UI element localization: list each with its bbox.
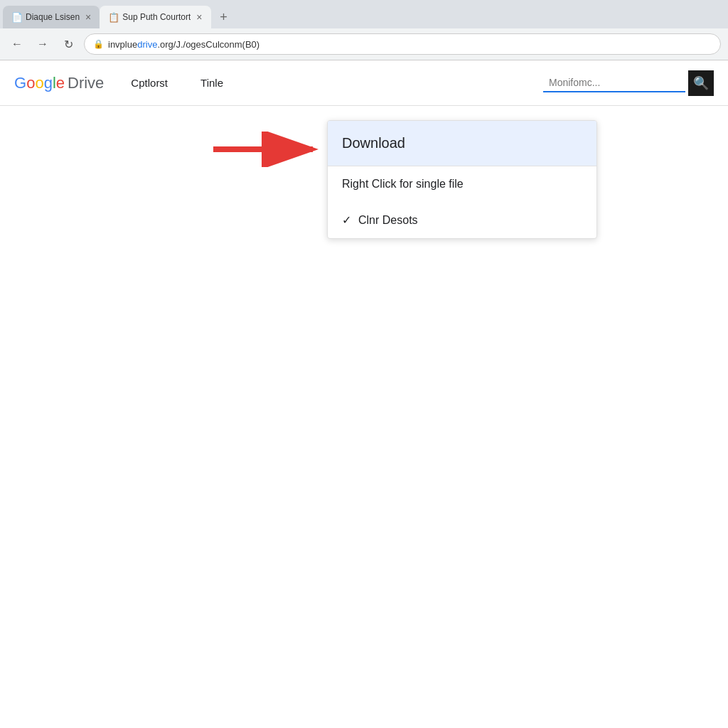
nav-item-cptlorst[interactable]: Cptlorst <box>125 74 173 92</box>
google-logo: Google Drive <box>14 74 104 92</box>
tab-1[interactable]: 📄 Diaque Lsisen × <box>3 6 100 28</box>
url-protocol: invplue <box>108 39 137 50</box>
search-icon: 🔍 <box>693 75 709 91</box>
tab2-label: Sup Puth Courtort <box>122 12 191 22</box>
url-text: invpluedrive.org/J./ogesCulconm(B0) <box>108 39 259 50</box>
dropdown-container: Download Right Click for single file ✓ C… <box>327 120 597 239</box>
url-rest: .org/J./ogesCulconm(B0) <box>157 39 259 50</box>
google-e: e <box>56 74 65 92</box>
search-button[interactable]: 🔍 <box>688 70 714 96</box>
checkmark-icon: ✓ <box>342 213 351 227</box>
tab1-label: Diaque Lsisen <box>26 12 80 22</box>
search-container: 🔍 <box>543 70 714 96</box>
tab2-close-icon[interactable]: × <box>196 11 202 23</box>
tab-bar: 📄 Diaque Lsisen × 📋 Sup Puth Courtort × … <box>0 0 728 28</box>
google-o2: o <box>35 74 43 92</box>
address-bar: ← → ↻ 🔒 invpluedrive.org/J./ogesCulconm(… <box>0 28 728 60</box>
google-g: G <box>14 74 26 92</box>
google-g2: g <box>44 74 53 92</box>
right-click-label: Right Click for single file <box>342 178 464 191</box>
drive-word: Drive <box>68 74 104 92</box>
back-button[interactable]: ← <box>7 34 27 54</box>
refresh-button[interactable]: ↻ <box>58 34 78 54</box>
tab1-favicon-icon: 📄 <box>11 12 21 22</box>
dropdown-item-right-click[interactable]: Right Click for single file <box>328 166 596 202</box>
lock-icon: 🔒 <box>93 39 104 49</box>
drive-header: Google Drive Cptlorst Tinle 🔍 <box>0 60 728 106</box>
red-arrow-svg <box>213 132 327 167</box>
url-bar[interactable]: 🔒 invpluedrive.org/J./ogesCulconm(B0) <box>84 33 721 55</box>
browser-chrome: 📄 Diaque Lsisen × 📋 Sup Puth Courtort × … <box>0 0 728 60</box>
google-o1: o <box>26 74 35 92</box>
forward-button[interactable]: → <box>33 34 53 54</box>
page-content: Google Drive Cptlorst Tinle 🔍 Download <box>0 60 728 604</box>
download-label: Download <box>342 135 405 151</box>
url-highlight: drive <box>137 39 157 50</box>
dropdown-menu: Download Right Click for single file ✓ C… <box>327 120 597 239</box>
tab1-close-icon[interactable]: × <box>85 11 91 23</box>
dropdown-item-clnr[interactable]: ✓ Clnr Desots <box>328 202 596 238</box>
tab2-favicon-icon: 📋 <box>108 12 118 22</box>
search-input[interactable] <box>543 74 685 92</box>
dropdown-item-download[interactable]: Download <box>328 121 596 166</box>
tab-2[interactable]: 📋 Sup Puth Courtort × <box>100 6 210 28</box>
nav-item-tinle[interactable]: Tinle <box>195 74 229 92</box>
arrow-annotation <box>213 132 327 170</box>
clnr-label: Clnr Desots <box>358 214 418 227</box>
new-tab-button[interactable]: + <box>214 7 234 27</box>
